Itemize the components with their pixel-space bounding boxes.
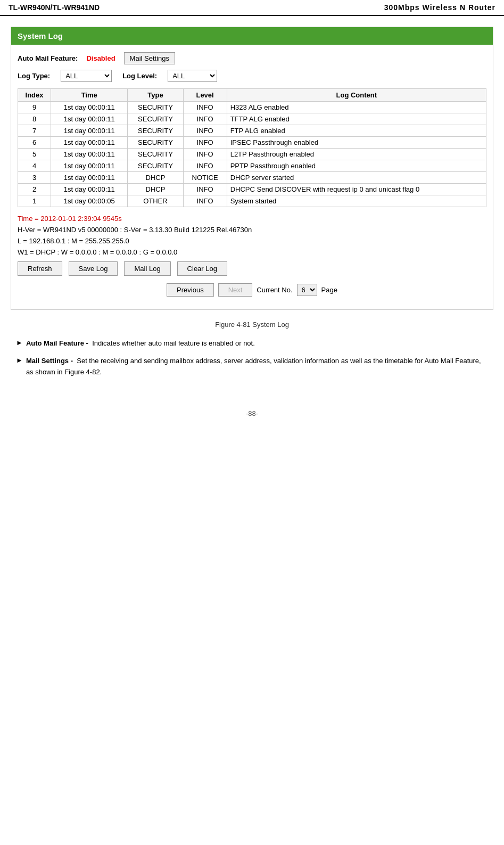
cell-index: 5 bbox=[18, 149, 51, 160]
pagination-row: Previous Next Current No. 6 Page bbox=[18, 283, 486, 297]
panel-body: Auto Mail Feature: Disabled Mail Setting… bbox=[11, 45, 493, 309]
cell-time: 1st day 00:00:11 bbox=[51, 102, 128, 113]
model-name: TL-WR940N/TL-WR941ND bbox=[9, 3, 100, 12]
table-row: 51st day 00:00:11SECURITYINFOL2TP Passth… bbox=[18, 149, 486, 160]
current-no-select[interactable]: 6 bbox=[297, 284, 317, 296]
main-content: System Log Auto Mail Feature: Disabled M… bbox=[0, 16, 504, 433]
cell-type: SECURITY bbox=[128, 149, 183, 160]
cell-time: 1st day 00:00:11 bbox=[51, 125, 128, 137]
cell-type: DHCP bbox=[128, 184, 183, 195]
cell-level: INFO bbox=[183, 195, 227, 207]
log-type-label: Log Type: bbox=[18, 72, 50, 80]
auto-mail-label: Auto Mail Feature: bbox=[18, 54, 78, 62]
mail-settings-button[interactable]: Mail Settings bbox=[124, 52, 175, 64]
cell-level: INFO bbox=[183, 184, 227, 195]
router-description: 300Mbps Wireless N Router bbox=[384, 3, 495, 12]
panel-title: System Log bbox=[11, 27, 493, 45]
cell-content: L2TP Passthrough enabled bbox=[227, 149, 486, 160]
cell-type: SECURITY bbox=[128, 113, 183, 125]
cell-time: 1st day 00:00:05 bbox=[51, 195, 128, 207]
cell-content: TFTP ALG enabled bbox=[227, 113, 486, 125]
cell-index: 2 bbox=[18, 184, 51, 195]
page-number: -88- bbox=[11, 409, 493, 417]
cell-content: System started bbox=[227, 195, 486, 207]
cell-content: IPSEC Passthrough enabled bbox=[227, 137, 486, 149]
desc-arrow-1: ► bbox=[16, 339, 23, 347]
cell-time: 1st day 00:00:11 bbox=[51, 113, 128, 125]
cell-index: 3 bbox=[18, 172, 51, 184]
cell-time: 1st day 00:00:11 bbox=[51, 172, 128, 184]
cell-content: H323 ALG enabled bbox=[227, 102, 486, 113]
log-table: Index Time Type Level Log Content 91st d… bbox=[18, 88, 486, 207]
cell-index: 6 bbox=[18, 137, 51, 149]
auto-mail-status: Disabled bbox=[86, 54, 115, 62]
wan-status: W1 = DHCP : W = 0.0.0.0 : M = 0.0.0.0 : … bbox=[18, 248, 486, 256]
cell-type: SECURITY bbox=[128, 102, 183, 113]
table-row: 21st day 00:00:11DHCPINFODHCPC Send DISC… bbox=[18, 184, 486, 195]
cell-content: DHCPC Send DISCOVER with request ip 0 an… bbox=[227, 184, 486, 195]
previous-button[interactable]: Previous bbox=[167, 283, 214, 297]
cell-type: OTHER bbox=[128, 195, 183, 207]
desc-body-mail-settings: Set the receiving and sending mailbox ad… bbox=[26, 357, 481, 376]
table-row: 71st day 00:00:11SECURITYINFOFTP ALG ena… bbox=[18, 125, 486, 137]
clear-log-button[interactable]: Clear Log bbox=[177, 261, 227, 276]
next-button[interactable]: Next bbox=[218, 283, 253, 297]
current-no-label: Current No. bbox=[257, 286, 292, 294]
table-row: 81st day 00:00:11SECURITYINFOTFTP ALG en… bbox=[18, 113, 486, 125]
cell-index: 7 bbox=[18, 125, 51, 137]
system-log-panel: System Log Auto Mail Feature: Disabled M… bbox=[11, 27, 493, 310]
desc-item-mail-settings: ► Mail Settings - Set the receiving and … bbox=[16, 356, 488, 378]
cell-type: DHCP bbox=[128, 172, 183, 184]
col-type: Type bbox=[128, 89, 183, 102]
log-level-select[interactable]: ALL INFO NOTICE WARNING bbox=[168, 70, 217, 82]
cell-level: INFO bbox=[183, 102, 227, 113]
desc-item-auto-mail: ► Auto Mail Feature - Indicates whether … bbox=[16, 338, 488, 349]
cell-index: 8 bbox=[18, 113, 51, 125]
desc-text-mail-settings: Mail Settings - Set the receiving and se… bbox=[26, 356, 488, 378]
desc-term-mail-settings: Mail Settings - bbox=[26, 357, 73, 365]
table-row: 91st day 00:00:11SECURITYINFOH323 ALG en… bbox=[18, 102, 486, 113]
action-buttons: Refresh Save Log Mail Log Clear Log bbox=[18, 261, 486, 276]
log-type-select[interactable]: ALL DHCP SECURITY OTHER bbox=[61, 70, 112, 82]
log-level-label: Log Level: bbox=[122, 72, 157, 80]
figure-caption: Figure 4-81 System Log bbox=[11, 321, 493, 329]
desc-arrow-2: ► bbox=[16, 356, 23, 364]
col-level: Level bbox=[183, 89, 227, 102]
cell-index: 9 bbox=[18, 102, 51, 113]
page-header: TL-WR940N/TL-WR941ND 300Mbps Wireless N … bbox=[0, 0, 504, 16]
col-index: Index bbox=[18, 89, 51, 102]
cell-type: SECURITY bbox=[128, 160, 183, 172]
desc-text-auto-mail: Auto Mail Feature - Indicates whether au… bbox=[26, 338, 255, 349]
save-log-button[interactable]: Save Log bbox=[69, 261, 118, 276]
cell-level: INFO bbox=[183, 125, 227, 137]
cell-level: INFO bbox=[183, 113, 227, 125]
col-time: Time bbox=[51, 89, 128, 102]
cell-time: 1st day 00:00:11 bbox=[51, 137, 128, 149]
cell-content: FTP ALG enabled bbox=[227, 125, 486, 137]
description-section: ► Auto Mail Feature - Indicates whether … bbox=[11, 338, 493, 378]
col-content: Log Content bbox=[227, 89, 486, 102]
cell-time: 1st day 00:00:11 bbox=[51, 149, 128, 160]
cell-type: SECURITY bbox=[128, 137, 183, 149]
auto-mail-row: Auto Mail Feature: Disabled Mail Setting… bbox=[18, 52, 486, 64]
table-row: 31st day 00:00:11DHCPNOTICEDHCP server s… bbox=[18, 172, 486, 184]
refresh-button[interactable]: Refresh bbox=[18, 261, 62, 276]
page-label: Page bbox=[321, 286, 337, 294]
cell-level: INFO bbox=[183, 149, 227, 160]
cell-time: 1st day 00:00:11 bbox=[51, 160, 128, 172]
desc-body-auto-mail: Indicates whether auto mail feature is e… bbox=[92, 339, 255, 347]
cell-level: INFO bbox=[183, 137, 227, 149]
time-status: Time = 2012-01-01 2:39:04 9545s bbox=[18, 215, 486, 223]
desc-term-auto-mail: Auto Mail Feature - bbox=[26, 339, 88, 347]
cell-type: SECURITY bbox=[128, 125, 183, 137]
cell-level: INFO bbox=[183, 160, 227, 172]
mail-log-button[interactable]: Mail Log bbox=[124, 261, 170, 276]
cell-level: NOTICE bbox=[183, 172, 227, 184]
ip-status: L = 192.168.0.1 : M = 255.255.255.0 bbox=[18, 237, 486, 245]
log-filter-row: Log Type: ALL DHCP SECURITY OTHER Log Le… bbox=[18, 70, 486, 82]
cell-index: 4 bbox=[18, 160, 51, 172]
table-row: 41st day 00:00:11SECURITYINFOPPTP Passth… bbox=[18, 160, 486, 172]
table-row: 11st day 00:00:05OTHERINFOSystem started bbox=[18, 195, 486, 207]
hver-status: H-Ver = WR941ND v5 00000000 : S-Ver = 3.… bbox=[18, 226, 486, 234]
table-row: 61st day 00:00:11SECURITYINFOIPSEC Passt… bbox=[18, 137, 486, 149]
